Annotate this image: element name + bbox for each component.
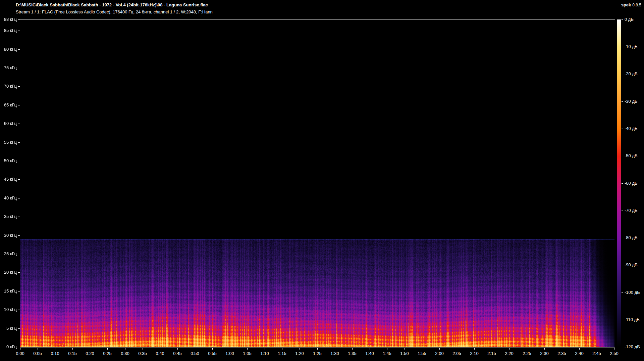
time-tick-label: 1:45: [378, 351, 396, 356]
db-tick: [622, 347, 623, 347]
freq-tick: [18, 49, 20, 50]
time-tick-label: 0:10: [46, 351, 64, 356]
time-tick: [422, 348, 422, 350]
time-tick: [90, 348, 90, 350]
db-tick: [622, 129, 623, 129]
freq-tick: [18, 310, 20, 310]
freq-tick-label: 5 кГц: [0, 326, 17, 331]
time-tick-label: 0:25: [98, 351, 116, 356]
time-tick-label: 2:05: [448, 351, 466, 356]
time-tick: [492, 348, 492, 350]
freq-tick-label: 45 кГц: [0, 177, 17, 182]
freq-tick: [18, 86, 20, 87]
time-tick-label: 1:50: [395, 351, 414, 356]
freq-tick-label: 30 кГц: [0, 233, 17, 238]
freq-tick-label: 60 кГц: [0, 121, 17, 126]
freq-tick-label: 55 кГц: [0, 140, 17, 145]
freq-tick: [18, 291, 20, 291]
freq-tick-label: 50 кГц: [0, 158, 17, 164]
spectrogram-canvas: [20, 19, 614, 347]
time-tick: [282, 348, 282, 350]
db-tick-label: -30 дБ: [625, 99, 638, 104]
time-tick: [55, 348, 55, 350]
time-tick: [579, 348, 580, 350]
time-tick-label: 2:45: [588, 351, 606, 356]
freq-tick: [18, 19, 20, 20]
time-tick: [143, 348, 143, 350]
time-tick: [317, 348, 318, 350]
time-tick-label: 1:20: [290, 351, 309, 356]
freq-tick: [18, 328, 20, 329]
time-tick: [335, 348, 335, 350]
db-tick: [622, 47, 623, 47]
time-tick-label: 1:55: [413, 351, 431, 356]
db-tick: [622, 101, 623, 102]
freq-tick-label: 85 кГц: [0, 28, 17, 33]
time-tick-label: 1:35: [343, 351, 361, 356]
db-tick-label: 0 дБ: [625, 17, 634, 22]
freq-tick-label: 15 кГц: [0, 288, 17, 294]
freq-tick: [18, 254, 20, 254]
time-tick: [439, 348, 440, 350]
time-tick: [405, 348, 405, 350]
time-tick: [38, 348, 38, 350]
freq-tick: [18, 198, 20, 198]
db-tick-label: -100 дБ: [625, 290, 640, 295]
freq-tick: [18, 347, 20, 347]
time-tick-label: 2:15: [483, 351, 501, 356]
stream-info: Stream 1 / 1: FLAC (Free Lossless Audio …: [16, 9, 213, 14]
freq-tick-label: 0 кГц: [0, 344, 17, 350]
freq-tick-label: 70 кГц: [0, 84, 17, 89]
time-tick-label: 0:15: [63, 351, 82, 356]
freq-tick: [18, 142, 20, 143]
db-tick: [622, 265, 623, 265]
freq-tick: [18, 31, 20, 31]
time-tick-label: 2:30: [535, 351, 553, 356]
db-tick: [622, 292, 623, 293]
time-tick: [265, 348, 265, 350]
time-tick: [544, 348, 545, 350]
time-tick: [562, 348, 562, 350]
freq-tick: [18, 161, 20, 161]
time-tick: [352, 348, 353, 350]
freq-tick-label: 20 кГц: [0, 270, 17, 275]
time-tick-label: 0:35: [133, 351, 152, 356]
time-tick: [370, 348, 370, 350]
freq-tick-label: 40 кГц: [0, 195, 17, 201]
time-tick-label: 1:00: [221, 351, 239, 356]
time-tick: [474, 348, 475, 350]
time-tick-label: 1:05: [238, 351, 256, 356]
db-tick-label: -110 дБ: [625, 317, 640, 322]
time-tick-label: 1:40: [361, 351, 379, 356]
freq-tick-label: 10 кГц: [0, 307, 17, 312]
time-tick-label: 2:10: [465, 351, 483, 356]
db-tick-label: -80 дБ: [625, 235, 638, 240]
freq-tick-label: 80 кГц: [0, 47, 17, 52]
time-tick: [300, 348, 300, 350]
db-tick-label: -20 дБ: [625, 71, 638, 77]
time-tick-label: 0:05: [29, 351, 47, 356]
freq-tick: [18, 217, 20, 217]
time-tick: [387, 348, 387, 350]
db-tick: [622, 211, 623, 211]
spek-window: D:\MUSIC\Black Sabbath\Black Sabbath - 1…: [0, 0, 644, 361]
freq-tick: [18, 272, 20, 273]
time-tick: [247, 348, 248, 350]
time-tick: [457, 348, 457, 350]
time-tick-label: 2:35: [553, 351, 571, 356]
time-tick-label: 0:20: [81, 351, 99, 356]
db-tick-label: -50 дБ: [625, 153, 638, 159]
db-tick: [622, 19, 623, 20]
time-tick-label: 2:40: [570, 351, 588, 356]
file-path-title: D:\MUSIC\Black Sabbath\Black Sabbath - 1…: [16, 2, 208, 7]
db-tick-label: -10 дБ: [625, 44, 638, 49]
time-tick-label: 2:25: [518, 351, 536, 356]
freq-tick: [18, 105, 20, 105]
db-tick: [622, 238, 623, 238]
freq-tick: [18, 179, 20, 180]
time-tick: [160, 348, 160, 350]
db-tick-label: -90 дБ: [625, 262, 638, 268]
time-tick: [125, 348, 125, 350]
time-tick-label: 0:40: [151, 351, 169, 356]
time-tick: [72, 348, 73, 350]
